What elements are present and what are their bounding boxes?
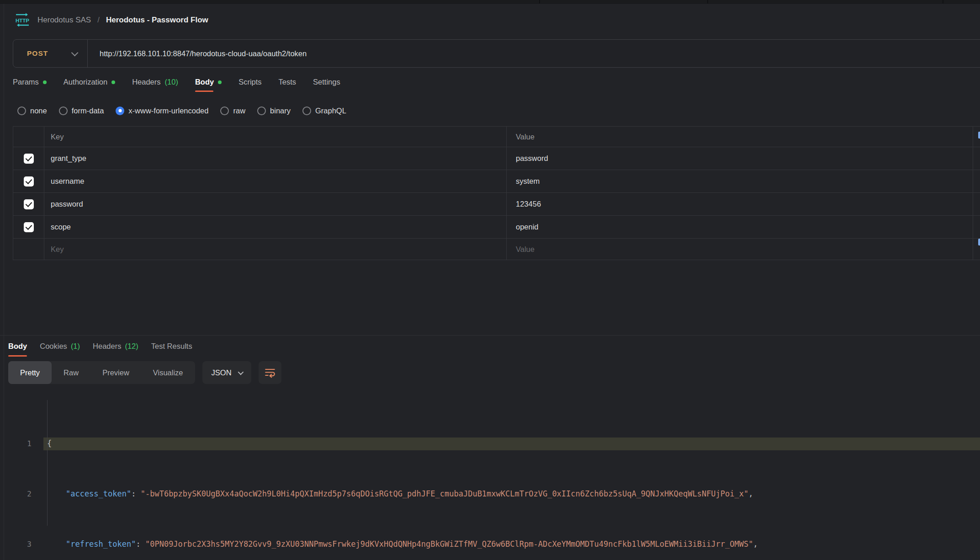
tab-scripts[interactable]: Scripts [238,78,261,96]
response-tab-cookies[interactable]: Cookies(1) [40,336,80,357]
scrollbar-fragment[interactable] [978,239,980,245]
radio-icon [59,107,68,115]
table-header-row: Key Value [13,127,980,147]
app-window: HTTP Herodotus SAS / Herodotus - Passwor… [0,0,980,560]
request-url-bar: POST http://192.168.101.10:8847/herodotu… [13,39,980,68]
green-dot-indicator [43,80,47,84]
column-header-value: Value [507,127,973,147]
radio-binary[interactable]: binary [257,107,291,115]
param-key[interactable]: password [44,193,507,215]
headers-count-badge: (10) [165,78,178,86]
response-body-viewer: 1 { 2 "access_token": "-bwT6bpzbySK0UgBX… [0,387,980,560]
tab-authorization[interactable]: Authorization [64,78,115,96]
breadcrumb: HTTP Herodotus SAS / Herodotus - Passwor… [14,11,980,29]
tab-body[interactable]: Body [195,78,222,96]
column-header-key: Key [44,127,507,147]
radio-icon [220,107,229,115]
indent-guide [47,400,48,526]
row-checkbox-checked[interactable] [24,222,34,232]
response-tab-headers[interactable]: Headers(12) [93,336,138,357]
chevron-down-icon [238,369,244,375]
param-value[interactable]: password [507,147,973,170]
method-select[interactable]: POST [13,49,87,58]
table-placeholder-row: Key Value [13,239,980,260]
tab-strip-divider [707,0,708,4]
param-value[interactable]: openid [507,216,973,238]
radio-selected-icon [116,107,124,115]
radio-icon [257,107,266,115]
breadcrumb-request-name: Herodotus - Password Flow [106,16,208,25]
tab-tests[interactable]: Tests [279,78,297,96]
row-checkbox-checked[interactable] [24,154,34,164]
response-tab-test-results[interactable]: Test Results [151,336,192,357]
row-checkbox-checked[interactable] [24,176,34,187]
format-select-value: JSON [212,368,232,377]
method-label: POST [27,49,48,58]
tab-strip-divider [943,0,943,4]
radio-graphql[interactable]: GraphQL [302,107,346,115]
param-key[interactable]: grant_type [44,147,507,170]
http-request-icon: HTTP [14,12,31,28]
body-type-selector: none form-data x-www-form-urlencoded raw… [17,102,980,119]
param-value[interactable]: system [507,170,973,192]
table-row: scope openid [13,216,980,239]
radio-icon [302,107,311,115]
breadcrumb-separator: / [97,16,100,25]
response-headers-count-badge: (12) [125,342,138,351]
chevron-down-icon [71,49,79,56]
code-line: 2 "access_token": "-bwT6bpzbySK0UgBXx4aQ… [0,488,980,501]
row-checkbox-checked[interactable] [24,199,34,209]
view-mode-pretty[interactable]: Pretty [8,361,52,384]
breadcrumb-project[interactable]: Herodotus SAS [37,16,91,25]
format-select[interactable]: JSON [202,361,251,384]
tab-headers[interactable]: Headers(10) [132,78,178,96]
response-toolbar: Pretty Raw Preview Visualize JSON [8,361,980,384]
table-row: grant_type password [13,147,980,170]
wrap-text-icon [264,367,276,379]
wrap-text-button[interactable] [259,361,281,384]
view-mode-raw[interactable]: Raw [52,361,90,384]
window-tab-strip [0,0,980,4]
table-row: password 123456 [13,193,980,216]
svg-text:HTTP: HTTP [16,18,29,23]
cookies-count-badge: (1) [71,342,80,351]
radio-form-data[interactable]: form-data [59,107,104,115]
response-tabs: Body Cookies(1) Headers(12) Test Results [8,336,980,357]
tab-params[interactable]: Params [13,78,47,96]
radio-x-www-form-urlencoded[interactable]: x-www-form-urlencoded [116,107,208,115]
radio-none[interactable]: none [17,107,47,115]
scrollbar-fragment[interactable] [978,132,980,139]
view-mode-preview[interactable]: Preview [90,361,141,384]
radio-raw[interactable]: raw [220,107,245,115]
code-line: 3 "refresh_token": "0PN09Jorbc2X3hs5MY2Y… [0,538,980,551]
view-mode-group: Pretty Raw Preview Visualize [8,361,195,384]
param-key-placeholder[interactable]: Key [44,239,507,260]
param-value[interactable]: 123456 [507,193,973,215]
params-table: Key Value grant_type password username s… [13,126,980,260]
param-key[interactable]: scope [44,216,507,238]
code-line: 1 { [0,437,980,450]
green-dot-indicator [111,80,115,84]
view-mode-visualize[interactable]: Visualize [141,361,195,384]
param-key[interactable]: username [44,170,507,192]
url-input[interactable]: http://192.168.101.10:8847/herodotus-clo… [88,49,307,58]
response-tab-body[interactable]: Body [8,336,27,357]
tab-strip-divider [539,0,540,4]
request-tabs: Params Authorization Headers(10) Body Sc… [13,78,980,98]
green-dot-indicator [218,80,222,84]
radio-icon [17,107,26,115]
param-value-placeholder[interactable]: Value [507,239,973,260]
table-row: username system [13,170,980,193]
tab-settings[interactable]: Settings [313,78,340,96]
